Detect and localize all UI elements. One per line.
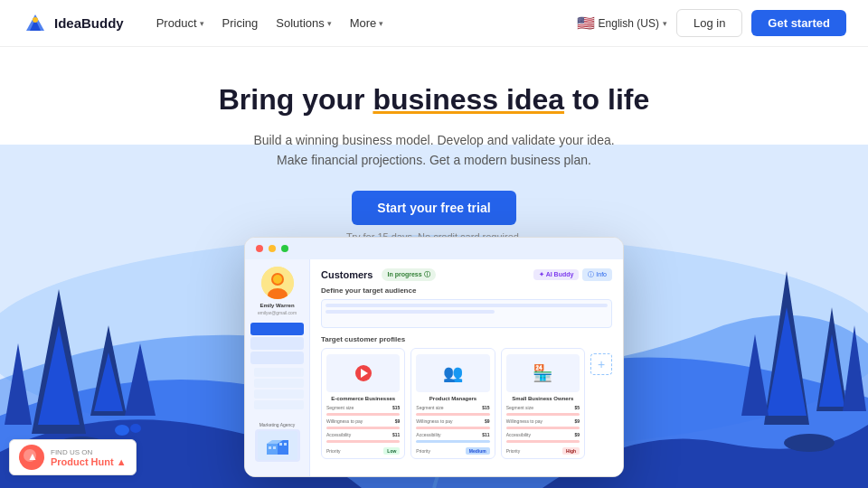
logo-text: IdeaBuddy [54, 15, 124, 31]
nav-item-product[interactable]: Product ▾ [149, 11, 212, 35]
app-main-content: Customers In progress ⓘ ✦ AI Buddy ⓘ Inf… [310, 259, 623, 476]
ai-buddy-button[interactable]: ✦ AI Buddy [533, 269, 579, 280]
product-hunt-icon: ▲ [19, 445, 44, 470]
sidebar-menu-item[interactable] [250, 337, 304, 350]
stat-row: Accessibility $11 [326, 432, 400, 437]
app-main-header: Customers In progress ⓘ ✦ AI Buddy ⓘ Inf… [321, 268, 612, 281]
app-window: Emily Warren emilyw@gmail.com [244, 237, 624, 477]
svg-point-22 [130, 424, 141, 433]
priority-row: Priority Medium [416, 447, 489, 455]
text-line [326, 304, 608, 307]
svg-text:▲: ▲ [27, 450, 38, 463]
stat-bar [416, 427, 489, 429]
sidebar-menu-item-active[interactable] [250, 323, 304, 335]
stat-row: Segment size $15 [416, 405, 489, 410]
login-button[interactable]: Log in [676, 9, 742, 37]
svg-rect-34 [284, 443, 287, 446]
nav-item-solutions[interactable]: Solutions ▾ [269, 11, 338, 35]
text-line-short [326, 310, 495, 314]
stat-row: Willingness to pay $9 [416, 418, 489, 424]
sidebar-marketing-label: Marketing Agency [249, 422, 306, 427]
sidebar-sub-items [249, 368, 306, 409]
stat-bar [326, 413, 400, 416]
svg-rect-28 [267, 444, 278, 455]
section2-title: Target customer profiles [321, 335, 612, 343]
sidebar-sub-item[interactable] [254, 379, 304, 388]
window-minimize-dot [269, 245, 276, 252]
stat-row: Segment size $5 [506, 405, 580, 410]
window-close-dot [256, 245, 263, 252]
shop-icon: 🏪 [533, 363, 552, 383]
language-selector[interactable]: 🇺🇸 English (US) ▾ [577, 14, 667, 32]
svg-point-20 [784, 434, 835, 452]
svg-point-26 [273, 275, 282, 284]
nav-item-more[interactable]: More ▾ [343, 11, 392, 35]
app-screenshot: Emily Warren emilyw@gmail.com [244, 237, 624, 477]
header-right-buttons: ✦ AI Buddy ⓘ Info [533, 268, 612, 281]
stat-row: Accessibility $11 [416, 432, 489, 437]
stat-row: Segment size $15 [326, 405, 400, 410]
profile-image-productmanagers: 👥 [416, 354, 489, 392]
sidebar-sub-item[interactable] [254, 389, 304, 399]
profile-card-smallbusiness[interactable]: 🏪 Small Business Owners Segment size $5 [501, 348, 585, 459]
hero-section: Bring your business idea to life Build a… [0, 47, 868, 488]
section1-title: Define your target audience [321, 286, 612, 295]
priority-badge-high: High [562, 447, 580, 455]
play-button[interactable] [355, 365, 372, 381]
stat-bar [506, 413, 580, 416]
priority-row: Priority High [506, 447, 580, 455]
priority-row: Priority Low [326, 447, 400, 455]
hero-content: Bring your business idea to life Build a… [0, 47, 868, 242]
nav-links: Product ▾ Pricing Solutions ▾ More ▾ [149, 11, 577, 35]
profile-card-ecommerce[interactable]: E-commerce Businesses Segment size $15 W… [321, 348, 405, 459]
sidebar-sub-item[interactable] [254, 400, 304, 409]
hero-subtitle: Build a winning business model. Develop … [0, 130, 868, 171]
profile-image-ecommerce [326, 354, 400, 392]
ph-text-block: FIND US ON Product Hunt ▲ [51, 448, 127, 467]
add-profile-button[interactable]: + [590, 353, 612, 375]
nav-item-pricing[interactable]: Pricing [215, 11, 266, 35]
trial-button[interactable]: Start your free trial [352, 191, 515, 225]
stat-row: Accessibility $9 [506, 432, 580, 437]
window-maximize-dot [281, 245, 288, 252]
profile-card-productmanagers[interactable]: 👥 Product Managers Segment size $15 [410, 348, 495, 459]
svg-rect-31 [269, 446, 271, 449]
nav-right: 🇺🇸 English (US) ▾ Log in Get started [577, 9, 846, 37]
app-sidebar: Emily Warren emilyw@gmail.com [245, 259, 310, 476]
text-area-mock[interactable] [321, 299, 612, 328]
navbar: IdeaBuddy Product ▾ Pricing Solutions ▾ … [0, 0, 868, 47]
hero-title: Bring your business idea to life [0, 81, 868, 117]
ph-find-text: FIND US ON [51, 448, 127, 456]
page-title: Customers [321, 269, 373, 280]
sidebar-sub-item[interactable] [254, 368, 304, 377]
stat-row: Willingness to pay $9 [506, 418, 580, 424]
people-icon: 👥 [443, 363, 463, 383]
stat-row: Willingness to pay $9 [326, 418, 400, 424]
sidebar-user-role: emilyw@gmail.com [249, 310, 306, 315]
stat-bar [506, 427, 580, 429]
sidebar-user-name: Emily Warren [249, 303, 306, 308]
stat-bar [326, 427, 400, 429]
profiles-grid: E-commerce Businesses Segment size $15 W… [321, 348, 612, 459]
play-icon [361, 369, 368, 378]
stat-bar [506, 440, 580, 443]
chevron-down-icon: ▾ [663, 19, 667, 28]
svg-point-21 [115, 425, 129, 436]
getstarted-button[interactable]: Get started [751, 10, 846, 36]
chevron-down-icon: ▾ [327, 19, 332, 28]
product-hunt-badge[interactable]: ▲ FIND US ON Product Hunt ▲ [9, 439, 137, 475]
profile-stats-productmanagers: Segment size $15 Willingness to pay $9 [416, 405, 489, 455]
avatar [261, 267, 294, 299]
app-body: Emily Warren emilyw@gmail.com [245, 259, 623, 476]
status-badge: In progress ⓘ [382, 268, 435, 281]
profile-name-ecommerce: E-commerce Businesses [326, 396, 400, 401]
stat-bar [416, 440, 489, 443]
svg-rect-32 [273, 446, 276, 449]
profile-name-productmanagers: Product Managers [416, 396, 489, 401]
svg-rect-33 [279, 443, 282, 446]
logo[interactable]: IdeaBuddy [22, 13, 124, 34]
sidebar-menu-item[interactable] [250, 352, 304, 364]
priority-badge-medium: Medium [466, 447, 490, 455]
info-button[interactable]: ⓘ Info [582, 268, 612, 281]
profile-stats-smallbusiness: Segment size $5 Willingness to pay $9 [506, 405, 580, 455]
